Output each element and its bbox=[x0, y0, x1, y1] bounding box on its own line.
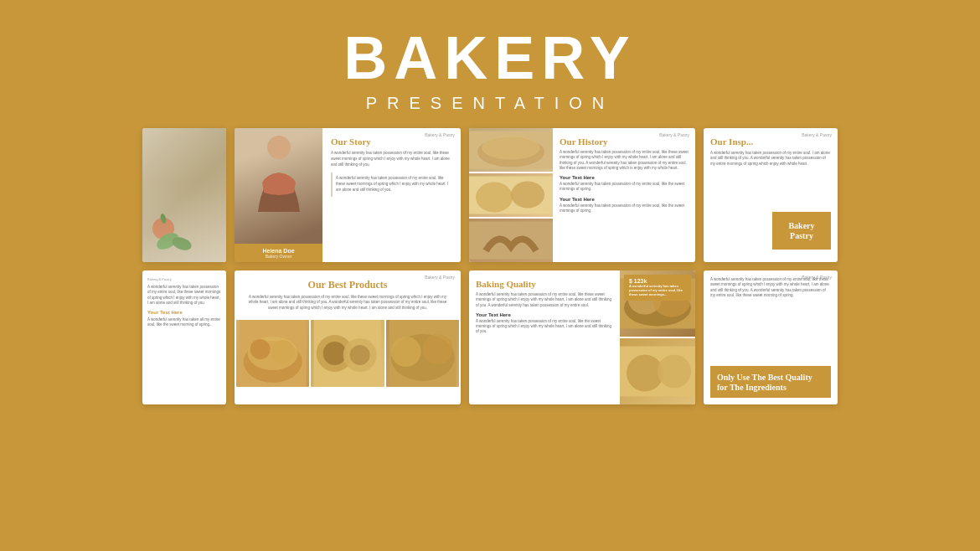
history-photo-3 bbox=[469, 219, 553, 262]
bread-image-icon bbox=[469, 128, 553, 172]
baking-photos: $ 123k A wonderful serenity has taken po… bbox=[620, 270, 695, 404]
partial-right-2-label: Bakery & Pastry bbox=[802, 275, 832, 280]
svg-point-9 bbox=[476, 183, 513, 213]
slides-row-1: Helena Doe Bakery Owner Bakery & Pastry … bbox=[13, 128, 967, 262]
inspiration-body-text: A wonderful serenity has taken possessio… bbox=[710, 151, 831, 167]
quality-badge-text: Only Use The Best Quality for The Ingred… bbox=[717, 373, 824, 393]
slide-best-products: Bakery & Pastry Our Best Products A wond… bbox=[235, 270, 461, 404]
slide-label: Bakery & Pastry bbox=[425, 132, 455, 137]
person-name-badge: Helena Doe Bakery Owner bbox=[235, 244, 322, 262]
product-photo-3 bbox=[386, 320, 459, 387]
baking-photo-2 bbox=[620, 338, 695, 404]
product-photo-1 bbox=[236, 320, 309, 387]
partial-right-2-content: Bakery & Pastry A wonderful serenity has… bbox=[704, 270, 838, 404]
baking-text-body: A wonderful serenity has taken possessio… bbox=[476, 319, 613, 335]
slide-bg-image bbox=[142, 128, 226, 262]
slide-partial-left-2: Bakery & Pastry A wonderful serenity has… bbox=[142, 270, 226, 404]
story-person-photo bbox=[235, 128, 322, 262]
products-description: A wonderful serenity has taken possessio… bbox=[245, 295, 451, 311]
story-content: Bakery & Pastry Our Story A wonderful se… bbox=[322, 128, 461, 262]
inspiration-badge: Bakery Pastry bbox=[772, 212, 831, 250]
products-title: Our Best Products bbox=[245, 279, 451, 291]
svg-point-16 bbox=[271, 340, 295, 363]
baking-photo-top-container: $ 123k A wonderful serenity has taken po… bbox=[620, 270, 695, 337]
slide-partial-right-2: Bakery & Pastry A wonderful serenity has… bbox=[704, 270, 838, 404]
product-photo-2 bbox=[311, 320, 384, 387]
price-subtext: A wonderful serenity has taken possessio… bbox=[629, 284, 686, 297]
story-title: Our Story bbox=[331, 136, 452, 147]
croissant-image-icon bbox=[469, 219, 553, 262]
story-inner-box: A wonderful serenity has taken possessio… bbox=[331, 173, 452, 196]
history-title: Our History bbox=[560, 136, 689, 147]
products-slide-label: Bakery & Pastry bbox=[425, 275, 455, 280]
history-photo-1 bbox=[469, 128, 553, 172]
svg-point-4 bbox=[267, 136, 291, 159]
baking-pastry-icon bbox=[620, 338, 695, 404]
story-body-text: A wonderful serenity has taken possessio… bbox=[331, 151, 452, 167]
svg-point-3 bbox=[170, 234, 193, 252]
svg-point-1 bbox=[160, 213, 168, 224]
partial-right-2-text: A wonderful serenity has taken possessio… bbox=[710, 277, 831, 298]
product-pastry-icon bbox=[386, 320, 459, 387]
main-subtitle: PRESENTATION bbox=[0, 94, 980, 113]
svg-point-32 bbox=[658, 355, 691, 389]
svg-point-7 bbox=[482, 136, 540, 160]
partial-left-2-text: A wonderful serenity has taken possessio… bbox=[147, 285, 221, 306]
svg-rect-11 bbox=[469, 222, 553, 260]
svg-point-0 bbox=[152, 218, 174, 239]
products-photos-container bbox=[235, 320, 461, 387]
inspiration-content: Bakery & Pastry Our Insp... A wonderful … bbox=[704, 128, 838, 262]
slide-our-inspiration: Bakery & Pastry Our Insp... A wonderful … bbox=[704, 128, 838, 262]
history-photo-2 bbox=[469, 173, 553, 217]
history-content: Bakery & Pastry Our History A wonderful … bbox=[553, 128, 695, 262]
svg-point-21 bbox=[350, 345, 370, 365]
inspiration-badge-line2: Pastry bbox=[790, 231, 813, 241]
slide-partial-image-1 bbox=[142, 128, 226, 262]
partial-left-2-heading: Your Text Here bbox=[147, 310, 221, 315]
partial-left-2-content: Bakery & Pastry A wonderful serenity has… bbox=[142, 270, 226, 339]
story-photo-area: Helena Doe Bakery Owner bbox=[235, 128, 322, 262]
person-silhouette-icon bbox=[254, 132, 304, 212]
person-name: Helena Doe bbox=[238, 248, 319, 254]
svg-point-15 bbox=[250, 339, 271, 359]
apple-decoration-icon bbox=[149, 212, 178, 241]
story-inner-text: A wonderful serenity has taken possessio… bbox=[336, 176, 449, 193]
svg-point-24 bbox=[390, 337, 420, 367]
history-slide-label: Bakery & Pastry bbox=[659, 132, 689, 137]
leaves-decoration-icon bbox=[155, 229, 197, 254]
price-amount: $ 123k bbox=[629, 278, 686, 284]
main-title: BAKERY bbox=[0, 23, 980, 92]
insp-slide-label: Bakery & Pastry bbox=[802, 132, 832, 137]
product-cinnamon-icon bbox=[311, 320, 384, 387]
slide-our-story: Helena Doe Bakery Owner Bakery & Pastry … bbox=[235, 128, 461, 262]
slide-our-history: Bakery & Pastry Our History A wonderful … bbox=[469, 128, 695, 262]
slides-row-2: Bakery & Pastry A wonderful serenity has… bbox=[13, 270, 967, 404]
baking-content-wrapper: Baking Quality A wonderful serenity has … bbox=[469, 270, 695, 404]
svg-point-10 bbox=[511, 182, 544, 209]
pastry-image-icon bbox=[469, 173, 553, 217]
history-text-body-1: A wonderful serenity has taken possessio… bbox=[560, 182, 689, 193]
partial-left-2-text2: A wonderful serenity has taken all my en… bbox=[147, 317, 221, 328]
baking-text-heading: Your Text Here bbox=[476, 312, 613, 317]
baking-title: Baking Quality bbox=[476, 279, 613, 289]
product-bread-icon bbox=[236, 320, 309, 387]
inspiration-badge-line1: Bakery bbox=[788, 221, 814, 231]
header: BAKERY PRESENTATION bbox=[0, 0, 980, 128]
products-header: Bakery & Pastry Our Best Products A wond… bbox=[235, 270, 461, 320]
svg-point-25 bbox=[422, 334, 452, 364]
baking-text-area: Baking Quality A wonderful serenity has … bbox=[469, 270, 620, 404]
history-photos-left bbox=[469, 128, 553, 262]
slide-baking-quality: Bakery & Pastry Baking Quality A wonderf… bbox=[469, 270, 695, 404]
inspiration-title: Our Insp... bbox=[710, 136, 831, 147]
history-text-heading-1: Your Text Here bbox=[560, 175, 689, 180]
baking-body-text: A wonderful serenity has taken possessio… bbox=[476, 292, 613, 308]
history-body-text: A wonderful serenity has taken possessio… bbox=[560, 150, 689, 171]
price-badge: $ 123k A wonderful serenity has taken po… bbox=[624, 275, 691, 301]
quality-badge: Only Use The Best Quality for The Ingred… bbox=[710, 366, 831, 398]
partial-left-2-label: Bakery & Pastry bbox=[147, 277, 221, 281]
slides-container: Helena Doe Bakery Owner Bakery & Pastry … bbox=[0, 128, 980, 411]
person-role: Bakery Owner bbox=[238, 254, 319, 259]
history-text-heading-2: Your Text Here bbox=[560, 197, 689, 202]
svg-point-2 bbox=[155, 229, 181, 253]
history-text-body-2: A wonderful serenity has taken possessio… bbox=[560, 203, 689, 214]
